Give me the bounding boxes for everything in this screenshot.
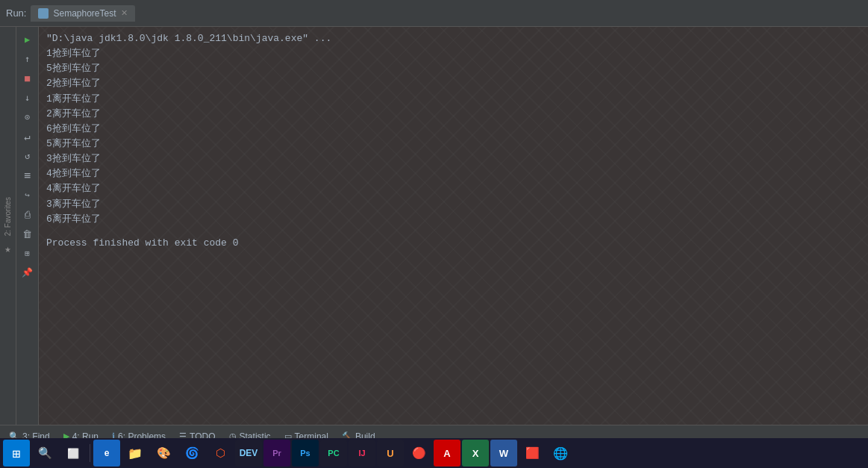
acrobat-button[interactable]: A <box>434 440 460 467</box>
excel-button[interactable]: X <box>462 440 489 467</box>
photoshop-button[interactable]: Ps <box>292 440 319 467</box>
premiere-button[interactable]: Pr <box>263 440 290 467</box>
output-line-12: 6离开车位了 <box>46 212 861 227</box>
app-14-button[interactable]: 🔴 <box>405 440 432 467</box>
output-line-6: 6抢到车位了 <box>46 122 861 137</box>
scroll-up-button[interactable]: ↑ <box>19 51 36 67</box>
tab-icon <box>38 8 49 19</box>
wrap-button[interactable]: ↵ <box>19 128 36 145</box>
edge-button[interactable]: e <box>93 440 120 467</box>
output-line-1: 1抢到车位了 <box>46 46 861 61</box>
play-button[interactable]: ▶ <box>19 31 36 48</box>
taskbar-separator <box>90 444 90 462</box>
camera-button[interactable]: ⊙ <box>19 109 36 125</box>
process-finished-line: Process finished with exit code 0 <box>46 236 861 251</box>
rerun-button[interactable]: ↺ <box>19 148 36 164</box>
output-line-10: 4离开车位了 <box>46 181 861 196</box>
favorites-star-icon[interactable]: ★ <box>4 243 10 255</box>
pycharm-button[interactable]: PC <box>320 440 347 467</box>
pin-button[interactable]: 📌 <box>19 264 36 281</box>
output-line-9: 4抢到车位了 <box>46 166 861 181</box>
tab-name: SemaphoreTest <box>53 8 116 19</box>
output-line-11: 3离开车位了 <box>46 197 861 212</box>
chrome-button[interactable]: 🌐 <box>547 440 574 467</box>
favorites-label: 2: Favorites <box>4 197 12 236</box>
output-line-5: 2离开车位了 <box>46 107 861 122</box>
run-tab[interactable]: SemaphoreTest ✕ <box>31 5 134 22</box>
stop-button[interactable]: ■ <box>19 70 36 87</box>
exit-button[interactable]: ↪ <box>19 187 36 203</box>
output-line-2: 5抢到车位了 <box>46 61 861 76</box>
start-button[interactable]: ⊞ <box>3 440 30 467</box>
app-6-button[interactable]: 🌀 <box>178 440 205 467</box>
console-content: "D:\java jdk1.8.0\jdk 1.8.0_211\bin\java… <box>39 27 868 255</box>
output-line-7: 5离开车位了 <box>46 137 861 152</box>
run-label: Run: <box>6 7 26 19</box>
top-bar: Run: SemaphoreTest ✕ <box>0 0 868 27</box>
app-18-button[interactable]: 🟥 <box>519 440 546 467</box>
windows-taskbar: ⊞ 🔍 ⬜ e 📁 🎨 🌀 ⬡ DEV Pr Ps PC IJ U 🔴 A X … <box>0 438 868 468</box>
compare-button[interactable]: ⊞ <box>19 245 36 261</box>
delete-button[interactable]: 🗑 <box>19 225 36 242</box>
explorer-button[interactable]: 📁 <box>122 440 149 467</box>
output-line-8: 3抢到车位了 <box>46 152 861 166</box>
search-taskbar-button[interactable]: 🔍 <box>31 440 58 467</box>
devtools-button[interactable]: DEV <box>235 440 262 467</box>
scroll-down-button[interactable]: ↓ <box>19 90 36 106</box>
output-line-3: 2抢到车位了 <box>46 76 861 91</box>
task-view-button[interactable]: ⬜ <box>60 440 87 467</box>
app-7-button[interactable]: ⬡ <box>207 440 234 467</box>
favorites-strip: 2: Favorites ★ <box>0 27 16 425</box>
left-sidebar: ▶ ↑ ■ ↓ ⊙ ↵ ↺ ≡ ↪ ⎙ 🗑 ⊞ 📌 <box>16 27 39 425</box>
intellij-button[interactable]: IJ <box>349 440 375 467</box>
list-button[interactable]: ≡ <box>19 167 36 184</box>
console-area: "D:\java jdk1.8.0\jdk 1.8.0_211\bin\java… <box>39 27 868 425</box>
print-button[interactable]: ⎙ <box>19 206 36 222</box>
main-container: 2: Favorites ★ ▶ ↑ ■ ↓ ⊙ ↵ ↺ ≡ ↪ ⎙ 🗑 ⊞ 📌… <box>0 27 868 425</box>
output-line-4: 1离开车位了 <box>46 92 861 107</box>
word-button[interactable]: W <box>490 440 517 467</box>
app-13-button[interactable]: U <box>377 440 404 467</box>
tab-close-button[interactable]: ✕ <box>121 8 128 18</box>
paint-button[interactable]: 🎨 <box>150 440 177 467</box>
command-line: "D:\java jdk1.8.0\jdk 1.8.0_211\bin\java… <box>46 31 861 46</box>
